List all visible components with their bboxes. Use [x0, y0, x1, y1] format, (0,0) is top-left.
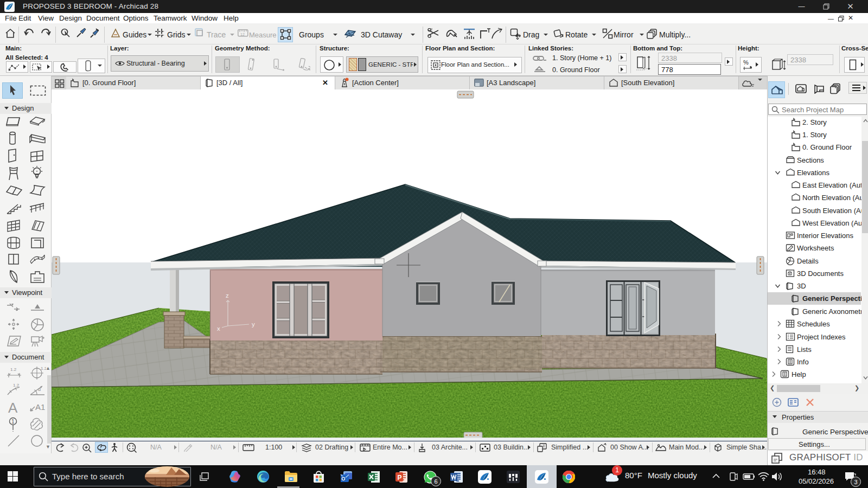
svg-text:x: x	[217, 325, 220, 332]
svg-text:y: y	[252, 321, 255, 328]
svg-text:P: P	[398, 474, 402, 481]
svg-text:1.2: 1.2	[13, 383, 20, 388]
svg-text:12: 12	[240, 33, 245, 36]
svg-text:1.2: 1.2	[10, 367, 17, 372]
svg-text:A1: A1	[35, 402, 45, 412]
svg-text:A: A	[8, 400, 18, 414]
svg-text:z: z	[226, 292, 229, 299]
svg-text:%: %	[743, 59, 749, 66]
svg-text:α: α	[38, 387, 41, 392]
svg-text:1: 1	[11, 419, 15, 425]
